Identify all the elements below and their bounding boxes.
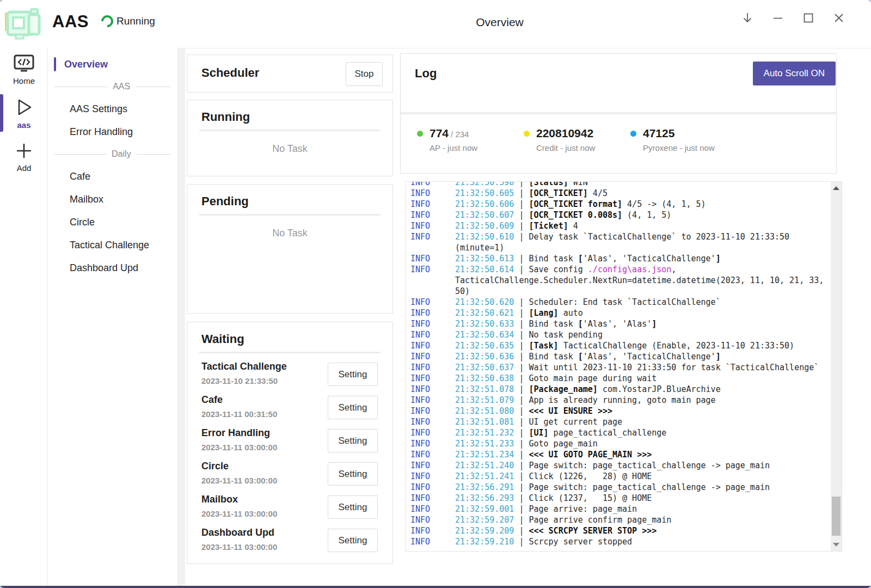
rail-item-home[interactable]: Home [0, 48, 48, 91]
log-message: Wait until 2023-11-10 21:33:50 for task … [529, 363, 819, 372]
rail-item-label: Home [0, 76, 48, 85]
sidebar-item-label: Tactical Challenge [70, 240, 149, 251]
log-message: [Task] TacticalChallenge (Enable, 2023-1… [529, 341, 794, 351]
log-level: INFO [410, 231, 430, 242]
titlebar: AAS Running Overview [0, 0, 871, 48]
log-message: Bind task ['Alas', 'Alas'] [529, 319, 657, 329]
log-level: INFO [410, 351, 430, 362]
stop-button[interactable]: Stop [346, 62, 383, 86]
sidebar-item-label: Dashboard Upd [70, 262, 138, 274]
log-message: [Package_name] com.YostarJP.BlueArchive [529, 384, 720, 394]
stat-label: Pyroxene - just now [630, 143, 737, 152]
divider [137, 154, 171, 155]
sidebar-item-aas-settings[interactable]: AAS Settings [48, 97, 177, 120]
log-timestamp: 21:32:50.620 [455, 297, 519, 307]
sidebar-item-tactical-challenge[interactable]: Tactical Challenge [48, 234, 177, 256]
log-timestamp: 21:32:50.609 [455, 221, 519, 231]
setting-button[interactable]: Setting [328, 529, 378, 552]
log-timestamp: 21:32:50.636 [455, 352, 519, 362]
setting-button[interactable]: Setting [328, 396, 378, 419]
setting-button[interactable]: Setting [328, 429, 378, 452]
log-line: INFO21:32:50.620 | Scheduler: End task `… [406, 297, 831, 308]
scroll-up-icon[interactable] [833, 186, 839, 190]
log-separator: | [519, 199, 529, 209]
log-timestamp: 21:32:51.080 [455, 406, 519, 416]
log-message: Page switch: page_tactical_challenge -> … [529, 482, 770, 492]
sidebar-item-overview[interactable]: Overview [48, 53, 177, 76]
sidebar-item-label: Circle [70, 217, 95, 228]
log-level: INFO [410, 514, 430, 525]
sidebar-item-label: AAS Settings [70, 103, 127, 115]
log-level: INFO [410, 188, 430, 199]
log-title: Log [415, 66, 437, 81]
log-line: INFO21:32:50.633 | Bind task ['Alas', 'A… [406, 318, 831, 329]
sidebar-item-mailbox[interactable]: Mailbox [48, 188, 177, 211]
log-message: [OCR_TICKET format] 4/5 -> (4, 1, 5) [529, 199, 706, 209]
log-output[interactable]: INFO21:32:50.598 | [Status] WININFO21:32… [406, 181, 842, 552]
log-line: INFO21:32:51.080 | <<< UI ENSURE >>> [406, 406, 831, 416]
log-separator: | [519, 471, 529, 481]
icon-rail: HomeaasAdd [0, 48, 48, 586]
waiting-task-row: Mailbox2023-11-11 03:00:00Setting [187, 491, 392, 524]
waiting-task-list: Tactical Challenge2023-11-10 21:33:50Set… [187, 353, 392, 557]
log-message: Bind task ['Alas', 'TacticalChallenge'] [529, 254, 720, 264]
setting-button[interactable]: Setting [328, 495, 378, 519]
rail-item-add[interactable]: Add [0, 135, 48, 178]
log-line: INFO21:32:51.081 | UI get current page [406, 416, 831, 427]
log-message: UI get current page [529, 417, 622, 427]
log-level: INFO [410, 471, 430, 482]
rail-item-aas[interactable]: aas [0, 91, 48, 135]
log-separator: | [519, 395, 529, 405]
minimize-button[interactable] [766, 7, 789, 29]
log-line: INFO21:32:50.606 | [OCR_TICKET format] 4… [406, 199, 831, 210]
log-scrollbar[interactable] [831, 182, 842, 551]
log-line: INFO21:32:56.293 | Click (1237, 15) @ HO… [406, 493, 831, 504]
log-message: Goto page_main [529, 439, 597, 449]
app-logo-icon [5, 4, 42, 41]
play-icon [0, 97, 48, 117]
log-level: INFO [410, 318, 430, 329]
log-line: INFO21:32:50.614 | Save config ./config\… [406, 264, 831, 297]
sidebar-item-error-handling[interactable]: Error Handling [48, 120, 177, 143]
divider [54, 154, 106, 155]
log-message: <<< UI ENSURE >>> [529, 406, 612, 416]
arrow-down-icon [741, 11, 754, 24]
auto-scroll-toggle[interactable]: Auto Scroll ON [753, 62, 836, 85]
running-spinner-icon [99, 13, 115, 29]
sidebar-item-circle[interactable]: Circle [48, 211, 177, 234]
log-level: INFO [410, 427, 430, 438]
page-title: Overview [476, 16, 524, 29]
log-level: INFO [410, 493, 430, 504]
dashboard-stats: 774/ 234AP - just now220810942Credit - j… [417, 127, 737, 152]
scheduler-status: Running [101, 15, 155, 27]
stat-value: 47125 [643, 127, 674, 140]
setting-button[interactable]: Setting [328, 363, 378, 386]
log-separator: | [519, 297, 529, 307]
download-update-button[interactable] [736, 7, 759, 29]
log-timestamp: 21:32:50.610 [455, 232, 519, 242]
scrollbar-thumb[interactable] [832, 497, 841, 536]
log-line: INFO21:32:51.241 | Click (1226, 28) @ HO… [406, 471, 831, 482]
scroll-down-icon[interactable] [833, 543, 839, 547]
log-level: INFO [410, 297, 430, 308]
log-line: INFO21:32:50.609 | [Ticket] 4 [406, 220, 831, 231]
log-timestamp: 21:32:51.233 [455, 439, 519, 449]
log-timestamp: 21:32:50.605 [455, 188, 519, 198]
log-line: INFO21:32:50.605 | [OCR_TICKET] 4/5 [406, 188, 831, 199]
log-separator: | [519, 352, 529, 362]
stat-value: 774/ 234 [430, 127, 469, 140]
content-scrollbar[interactable] [178, 48, 185, 586]
log-timestamp: 21:32:51.078 [455, 384, 519, 394]
rail-item-label: Add [0, 163, 48, 173]
log-timestamp: 21:32:56.293 [455, 493, 519, 503]
pending-panel: Pending No Task [187, 184, 393, 314]
close-button[interactable] [827, 7, 850, 29]
log-line: INFO21:32:50.607 | [OCR_TICKET 0.008s] (… [406, 210, 831, 220]
sidebar-item-dashboard-upd[interactable]: Dashboard Upd [48, 256, 177, 279]
log-timestamp: 21:32:50.634 [455, 330, 519, 340]
log-line: INFO21:32:59.001 | Page arrive: page_mai… [406, 504, 831, 514]
active-indicator [54, 57, 56, 71]
sidebar-item-cafe[interactable]: Cafe [48, 165, 177, 188]
maximize-button[interactable] [797, 7, 820, 29]
setting-button[interactable]: Setting [328, 462, 378, 486]
